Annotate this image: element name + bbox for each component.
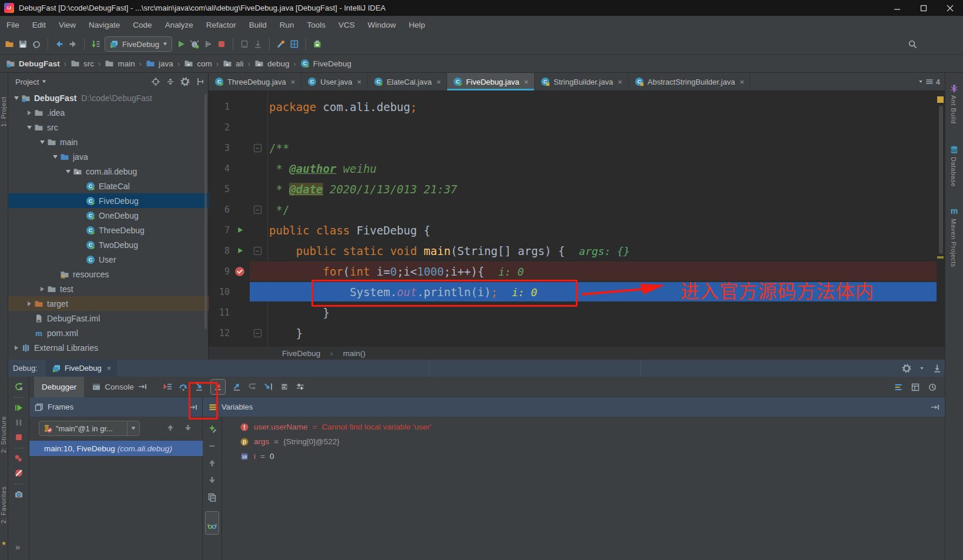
editor-tab-fivedebug-java[interactable]: CFiveDebug.java×: [447, 73, 535, 90]
editor-tab-abstractstringbuilder-java[interactable]: CAbstractStringBuilder.java×: [629, 73, 750, 90]
code-editor[interactable]: 1package com.ali.debug;23−/**4 * @author…: [209, 91, 945, 347]
tree-collapse-icon[interactable]: [51, 155, 60, 159]
variable-row-args[interactable]: pargs={String[0]@522}: [222, 434, 340, 449]
code-line-1[interactable]: 1package com.ali.debug;: [209, 96, 945, 117]
variable-row-user-userName[interactable]: !user.userName=Cannot find local variabl…: [222, 420, 431, 434]
jump-to-source-icon[interactable]: [930, 403, 939, 412]
close-tab-icon[interactable]: ×: [291, 78, 296, 86]
breadcrumb-class[interactable]: FiveDebug: [282, 349, 320, 358]
breadcrumb-item-fivedebug[interactable]: CFiveDebug: [300, 59, 351, 68]
fold-marker[interactable]: −: [250, 247, 265, 255]
fold-marker[interactable]: −: [250, 206, 265, 214]
minimize-button[interactable]: [884, 0, 910, 16]
rerun-icon[interactable]: [14, 382, 24, 391]
code-line-3[interactable]: 3−/**: [209, 138, 945, 158]
separate-watches-toggle[interactable]: [205, 511, 219, 535]
tree-collapse-icon[interactable]: [25, 126, 34, 129]
duplicate-watch-icon[interactable]: [207, 492, 217, 502]
code-line-4[interactable]: 4 * @author weihu: [209, 158, 945, 179]
breadcrumb-item-main[interactable]: main: [105, 59, 135, 68]
fold-start-icon[interactable]: −: [254, 247, 261, 255]
save-all-icon[interactable]: [18, 39, 28, 49]
tree-item-com-ali-debug[interactable]: com.ali.debug: [8, 164, 209, 179]
inspection-warning-marker[interactable]: [937, 96, 944, 103]
breadcrumb-item-src[interactable]: src: [71, 59, 94, 68]
tool-stripe-favorites[interactable]: 2: Favorites: [0, 472, 8, 537]
move-down-icon[interactable]: [207, 475, 217, 485]
step-over-icon[interactable]: [179, 382, 188, 391]
project-scrollbar[interactable]: [204, 94, 207, 329]
menu-item-run[interactable]: Run: [273, 16, 301, 34]
menu-item-file[interactable]: File: [0, 16, 26, 34]
hide-panel-icon[interactable]: [932, 364, 942, 373]
fold-marker[interactable]: −: [250, 329, 265, 337]
tree-collapse-icon[interactable]: [63, 170, 73, 173]
editor-tab-stringbuilder-java[interactable]: CStringBuilder.java×: [535, 73, 629, 90]
restore-layout-icon[interactable]: [911, 383, 920, 392]
tree-item-resources[interactable]: resources: [8, 267, 209, 281]
code-line-5[interactable]: 5 * @date 2020/1/13/013 21:37: [209, 179, 945, 199]
view-breakpoints-icon[interactable]: [14, 454, 24, 463]
editor-tab-elatecal-java[interactable]: CElateCal.java×: [368, 73, 447, 90]
tree-item-external-libraries[interactable]: External Libraries: [8, 340, 209, 355]
open-icon[interactable]: [5, 39, 14, 49]
debug-session-tab[interactable]: FiveDebug ×: [46, 360, 117, 377]
navigate-back-icon[interactable]: [55, 39, 64, 49]
previous-frame-icon[interactable]: [166, 423, 175, 432]
close-tab-icon[interactable]: ×: [437, 78, 441, 86]
editor-tab-user-java[interactable]: CUser.java×: [301, 73, 368, 90]
remove-watch-icon[interactable]: [207, 441, 217, 451]
tree-collapse-icon[interactable]: [12, 96, 21, 100]
mute-breakpoints-icon[interactable]: [14, 468, 24, 478]
stop-icon[interactable]: [14, 432, 24, 442]
tree-expand-icon[interactable]: [38, 287, 47, 291]
maximize-button[interactable]: [910, 0, 937, 16]
code-line-2[interactable]: 2: [209, 117, 945, 138]
fold-marker[interactable]: −: [250, 144, 265, 152]
navigate-forward-icon[interactable]: [68, 39, 78, 49]
tree-item-debugfast[interactable]: DebugFastD:\code\DebugFast: [8, 90, 209, 105]
tree-expand-icon[interactable]: [25, 110, 34, 115]
pause-icon[interactable]: [14, 418, 24, 427]
menu-item-vcs[interactable]: VCS: [332, 16, 361, 34]
run-with-coverage-icon[interactable]: [203, 39, 213, 49]
breadcrumb-method[interactable]: main(): [343, 349, 365, 358]
view-options-icon[interactable]: [296, 382, 305, 391]
code-line-12[interactable]: 12− }: [209, 323, 945, 343]
fold-end-icon[interactable]: −: [254, 206, 261, 214]
menu-item-help[interactable]: Help: [402, 16, 432, 34]
menu-item-tools[interactable]: Tools: [301, 16, 333, 34]
export-icon[interactable]: [313, 39, 322, 49]
tool-stripe-project[interactable]: 1: Project: [0, 76, 8, 147]
breadcrumb-item-debugfast[interactable]: DebugFast: [6, 59, 60, 68]
next-frame-icon[interactable]: [183, 423, 193, 432]
more-icon[interactable]: »: [15, 542, 20, 552]
variable-row-i[interactable]: 10i=0: [222, 449, 274, 464]
stack-frame-row[interactable]: main:10, FiveDebug (com.ali.debug): [29, 441, 203, 456]
drop-frame-icon[interactable]: [248, 382, 257, 391]
tree-item-twodebug[interactable]: CTwoDebug: [8, 237, 209, 252]
breadcrumb-item-debug[interactable]: debug: [254, 59, 290, 68]
code-line-8[interactable]: 8− public static void main(String[] args…: [209, 240, 945, 261]
run-configuration-select[interactable]: FiveDebug: [105, 36, 172, 52]
hidden-tabs-control[interactable]: 4: [918, 73, 945, 90]
fold-end-icon[interactable]: −: [254, 329, 261, 337]
close-tab-icon[interactable]: ×: [524, 78, 529, 86]
resume-icon[interactable]: [14, 403, 24, 413]
show-execution-point-icon[interactable]: [163, 382, 172, 391]
synchronize-icon[interactable]: [32, 39, 41, 49]
step-out-icon[interactable]: [232, 382, 241, 391]
chevron-down-icon[interactable]: [42, 81, 46, 83]
tree-item-main[interactable]: main: [8, 135, 209, 149]
annotate-icon[interactable]: [91, 39, 100, 49]
close-tab-icon[interactable]: ×: [740, 78, 744, 86]
tree-expand-icon[interactable]: [25, 301, 34, 306]
project-structure-icon[interactable]: [276, 39, 286, 49]
code-line-7[interactable]: 7public class FiveDebug {: [209, 220, 945, 240]
move-up-icon[interactable]: [207, 458, 217, 468]
menu-item-view[interactable]: View: [52, 16, 82, 34]
tool-stripe-maven-projects[interactable]: Maven Projects: [950, 219, 957, 284]
editor-scrollbar[interactable]: [939, 106, 943, 254]
collapse-all-icon[interactable]: [166, 77, 175, 86]
locate-icon[interactable]: [151, 77, 160, 86]
